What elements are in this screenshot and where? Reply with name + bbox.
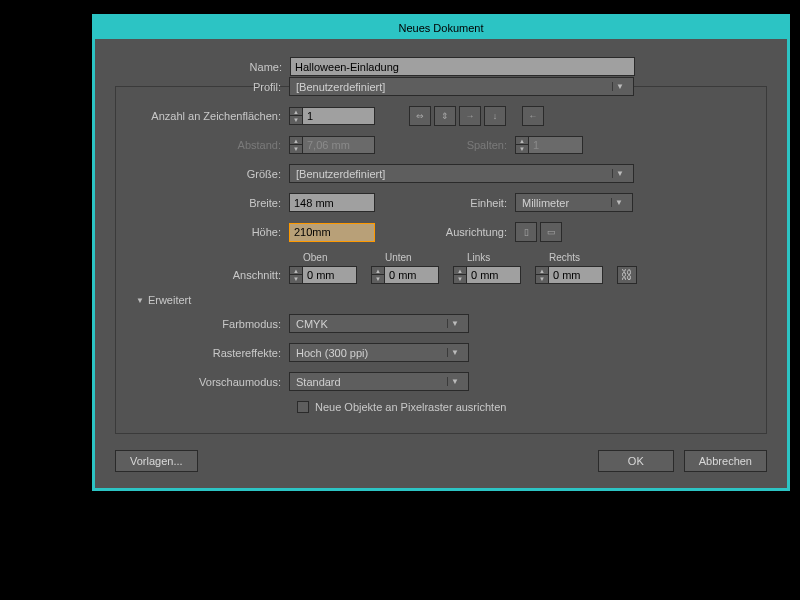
orientation-landscape-icon[interactable]: ▭ [540,222,562,242]
arrange-grid-row-icon[interactable]: ⇔ [409,106,431,126]
bleed-left-spinner[interactable]: ▲▼ [453,266,521,284]
columns-spinner: ▲▼ [515,136,583,154]
preview-select[interactable]: Standard ▼ [289,372,469,391]
bleed-right-input[interactable] [549,266,603,284]
preview-label: Vorschaumodus: [126,376,289,388]
raster-select[interactable]: Hoch (300 ppi) ▼ [289,343,469,362]
artboards-input[interactable] [303,107,375,125]
bleed-bottom-spinner[interactable]: ▲▼ [371,266,439,284]
spin-down-icon: ▼ [515,145,529,154]
profile-select[interactable]: [Benutzerdefiniert] ▼ [289,77,634,96]
bleed-right-label: Rechts [535,252,603,263]
triangle-down-icon: ▼ [136,296,144,305]
colormode-label: Farbmodus: [126,318,289,330]
chevron-down-icon: ▼ [611,198,626,207]
document-settings-group: Profil: [Benutzerdefiniert] ▼ Anzahl an … [115,86,767,434]
size-select[interactable]: [Benutzerdefiniert] ▼ [289,164,634,183]
width-label: Breite: [126,197,289,209]
spin-down-icon[interactable]: ▼ [453,275,467,284]
titlebar: Neues Dokument [95,17,787,39]
advanced-toggle[interactable]: ▼ Erweitert [136,294,756,306]
chevron-down-icon: ▼ [447,348,462,357]
chevron-down-icon: ▼ [612,169,627,178]
columns-input [529,136,583,154]
spin-up-icon[interactable]: ▲ [535,266,549,275]
spin-up-icon: ▲ [515,136,529,145]
new-document-dialog: Neues Dokument Name: Profil: [Benutzerde… [92,14,790,491]
spin-up-icon: ▲ [289,136,303,145]
spacing-spinner: ▲▼ [289,136,375,154]
width-input[interactable] [289,193,375,212]
bleed-right-spinner[interactable]: ▲▼ [535,266,603,284]
spacing-input [303,136,375,154]
arrange-row-icon[interactable]: → [459,106,481,126]
align-pixel-checkbox[interactable] [297,401,309,413]
height-input[interactable] [289,223,375,242]
spin-down-icon[interactable]: ▼ [535,275,549,284]
spin-down-icon[interactable]: ▼ [371,275,385,284]
spin-down-icon: ▼ [289,145,303,154]
colormode-select[interactable]: CMYK ▼ [289,314,469,333]
spin-up-icon[interactable]: ▲ [371,266,385,275]
spin-up-icon[interactable]: ▲ [289,266,303,275]
artboards-label: Anzahl an Zeichenflächen: [126,110,289,122]
chevron-down-icon: ▼ [612,82,627,91]
templates-button[interactable]: Vorlagen... [115,450,198,472]
align-pixel-label: Neue Objekte an Pixelraster ausrichten [315,401,506,413]
name-input[interactable] [290,57,635,76]
link-bleed-icon[interactable]: ⛓ [617,266,637,284]
cancel-button[interactable]: Abbrechen [684,450,767,472]
spin-down-icon[interactable]: ▼ [289,116,303,125]
unit-select[interactable]: Millimeter ▼ [515,193,633,212]
size-label: Größe: [126,168,289,180]
bleed-top-spinner[interactable]: ▲▼ [289,266,357,284]
arrange-grid-col-icon[interactable]: ⇕ [434,106,456,126]
profile-label: Profil: [126,81,289,93]
orientation-portrait-icon[interactable]: ▯ [515,222,537,242]
unit-label: Einheit: [375,197,515,209]
arrange-col-icon[interactable]: ↓ [484,106,506,126]
ok-button[interactable]: OK [598,450,674,472]
bleed-bottom-input[interactable] [385,266,439,284]
artboards-spinner[interactable]: ▲▼ [289,107,375,125]
bleed-left-label: Links [453,252,521,263]
bleed-left-input[interactable] [467,266,521,284]
spin-up-icon[interactable]: ▲ [289,107,303,116]
name-label: Name: [115,61,290,73]
bleed-top-label: Oben [289,252,357,263]
dialog-title: Neues Dokument [399,22,484,34]
chevron-down-icon: ▼ [447,319,462,328]
spin-up-icon[interactable]: ▲ [453,266,467,275]
spacing-label: Abstand: [126,139,289,151]
raster-label: Rastereffekte: [126,347,289,359]
arrange-rtl-icon[interactable]: ← [522,106,544,126]
columns-label: Spalten: [375,139,515,151]
chevron-down-icon: ▼ [447,377,462,386]
bleed-bottom-label: Unten [371,252,439,263]
spin-down-icon[interactable]: ▼ [289,275,303,284]
orientation-label: Ausrichtung: [375,226,515,238]
height-label: Höhe: [126,226,289,238]
artboard-arrange-group: ⇔ ⇕ → ↓ ← [409,106,544,126]
bleed-label: Anschnitt: [126,269,289,284]
bleed-top-input[interactable] [303,266,357,284]
